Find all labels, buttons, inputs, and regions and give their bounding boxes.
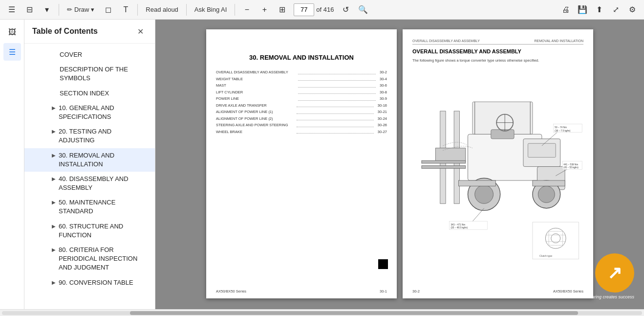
ask-bing-button[interactable]: Ask Bing AI <box>191 2 231 18</box>
toc-entry-dots <box>298 82 376 88</box>
menu-icon: ☰ <box>8 5 15 14</box>
svg-text:50 ~ 74 Nm: 50 ~ 74 Nm <box>555 126 567 129</box>
menu-button[interactable]: ☰ <box>4 2 20 18</box>
page-thumb-marker <box>378 259 388 269</box>
toc-item-10[interactable]: ▶90. CONVERSION TABLE <box>24 275 155 290</box>
zoom-in-icon: + <box>262 5 267 14</box>
thumbnail-icon: 🖼 <box>8 28 16 37</box>
toc-entry-page: 30-16 <box>378 102 387 109</box>
toc-item-6[interactable]: ▶40. DISASSEMBLY AND ASSEMBLY <box>24 172 155 195</box>
fit-page-button[interactable]: ⊞ <box>274 2 290 18</box>
toc-entry-dots <box>297 109 373 114</box>
toc-item-8[interactable]: ▶60. STRUCTURE AND FUNCTION <box>24 219 155 243</box>
toc-entry: ALIGNMENT OF POWER LINE (2)30-24 <box>216 115 387 122</box>
sidebar-header: Table of Contents ✕ <box>24 20 155 44</box>
zoom-in-button[interactable]: + <box>257 2 272 18</box>
share-button[interactable]: ⬆ <box>591 2 607 18</box>
page2-footer: 30-2 AX50/BX50 Series <box>403 289 593 293</box>
page2-footer-right: AX50/BX50 Series <box>553 289 583 293</box>
toc-item-label-0: COVER <box>60 50 147 59</box>
sidebar: 🖼 ☰ Table of Contents ✕ COVERDESCRIPTION… <box>0 20 155 309</box>
chevron-down-icon: ▾ <box>45 5 49 14</box>
sidebar-content: Table of Contents ✕ COVERDESCRIPTION OF … <box>24 20 155 309</box>
toc-arrow-icon: ▶ <box>52 199 56 206</box>
toc-entry-label: STEERING AXLE AND POWER STEERING <box>216 122 293 129</box>
watermark: ↗ Sharing creates success <box>586 253 634 299</box>
draw-button[interactable]: ✏ Draw ▾ <box>63 2 98 18</box>
bookmark-button[interactable]: ⊟ <box>21 2 37 18</box>
page2-header-left: OVERALL DISASSEMBLY AND ASSEMBLY <box>412 39 480 43</box>
svg-rect-14 <box>422 166 466 169</box>
toc-item-label-1: DESCRIPTION OF THE SYMBOLS <box>60 65 147 83</box>
toc-item-3[interactable]: ▶10. GENERAL AND SPECIFICATIONS <box>24 101 155 124</box>
toc-entry-dots <box>298 69 376 74</box>
print-button[interactable]: 🖨 <box>558 2 574 18</box>
toc-arrow-icon: ▶ <box>52 279 56 286</box>
sidebar-toc-button[interactable]: ☰ <box>3 43 21 61</box>
toc-item-9[interactable]: ▶80. CRITERIA FOR PERIODICAL INSPECTION … <box>24 243 155 275</box>
watermark-text: Sharing creates success <box>586 294 634 299</box>
toc-arrow-icon: ▶ <box>52 105 56 112</box>
sidebar-title: Table of Contents <box>32 27 98 36</box>
erase-button[interactable]: ◻ <box>100 2 116 18</box>
save-button[interactable]: 💾 <box>575 2 590 18</box>
settings-button[interactable]: ⚙ <box>624 2 640 18</box>
toc-item-7[interactable]: ▶50. MAINTENANCE STANDARD <box>24 195 155 219</box>
page-navigation: of 416 <box>294 3 334 16</box>
read-aloud-label: Read aloud <box>146 6 178 13</box>
toc-item-label-4: 20. TESTING AND ADJUSTING <box>59 127 147 145</box>
toc-entry-dots <box>297 115 373 121</box>
toc-entry: WHEEL BRAKE30-27 <box>216 129 387 135</box>
toc-item-0[interactable]: COVER <box>24 47 155 62</box>
page2-section-title: OVERALL DISASSEMBLY AND ASSEMBLY <box>412 48 583 54</box>
scrollbar-thumb[interactable] <box>130 311 578 315</box>
read-aloud-button[interactable]: Read aloud <box>142 2 182 18</box>
page-number-input[interactable] <box>294 3 314 16</box>
draw-icon: ✏ <box>67 6 72 13</box>
share-icon: ⬆ <box>596 5 602 14</box>
fit-page-icon: ⊞ <box>279 5 285 14</box>
svg-text:(36 ~ 7.5 kgfm): (36 ~ 7.5 kgfm) <box>555 130 570 132</box>
toc-item-5[interactable]: ▶30. REMOVAL AND INSTALLATION <box>24 148 155 172</box>
toc-entry-page: 30-8 <box>380 89 387 96</box>
draw-label: Draw <box>74 6 89 13</box>
toc-entry: WEIGHT TABLE30-4 <box>216 76 387 83</box>
toc-list: COVERDESCRIPTION OF THE SYMBOLSSECTION I… <box>24 44 155 309</box>
zoom-out-button[interactable]: − <box>239 2 255 18</box>
bookmark-dropdown-button[interactable]: ▾ <box>39 2 55 18</box>
toc-entry-label: WEIGHT TABLE <box>216 76 294 83</box>
sidebar-thumbnail-button[interactable]: 🖼 <box>3 23 21 41</box>
forklift-diagram: 50 ~ 74 Nm (36 ~ 7.5 kgfm) 441 ~ 539 Nm … <box>412 68 583 274</box>
content-area[interactable]: 30. REMOVAL AND INSTALLATION OVERALL DIS… <box>155 20 644 309</box>
page1-toc-table: OVERALL DISASSEMBLY AND ASSEMBLY30-2WEIG… <box>216 69 387 135</box>
toc-entry: LIFT CYLINDER30-8 <box>216 89 387 96</box>
fullscreen-icon: ⤢ <box>613 5 619 14</box>
toc-icon: ☰ <box>9 47 16 57</box>
toc-item-label-10: 90. CONVERSION TABLE <box>59 278 147 287</box>
rotate-icon: ↺ <box>343 5 349 14</box>
toc-arrow-icon: ▶ <box>52 128 56 135</box>
rotate-button[interactable]: ↺ <box>338 2 353 18</box>
toc-item-2[interactable]: SECTION INDEX <box>24 86 155 101</box>
toc-entry-dots <box>297 122 373 127</box>
toc-entry: OVERALL DISASSEMBLY AND ASSEMBLY30-2 <box>216 69 387 76</box>
fullscreen-button[interactable]: ⤢ <box>608 2 623 18</box>
pdf-page-1: 30. REMOVAL AND INSTALLATION OVERALL DIS… <box>206 29 397 298</box>
divider-2 <box>137 4 138 16</box>
toc-item-4[interactable]: ▶20. TESTING AND ADJUSTING <box>24 124 155 148</box>
horizontal-scrollbar[interactable] <box>2 311 642 315</box>
page1-footer-right: 30-1 <box>380 289 387 293</box>
page2-subtitle: The following figure shows a torque conv… <box>412 58 583 63</box>
toc-entry-dots <box>298 76 376 81</box>
toc-entry-page: 30-21 <box>378 109 387 115</box>
toc-item-1[interactable]: DESCRIPTION OF THE SYMBOLS <box>24 62 155 86</box>
toc-entry-label: WHEEL BRAKE <box>216 129 293 135</box>
text-button[interactable]: T <box>118 2 133 18</box>
toc-entry-dots <box>297 102 373 108</box>
toc-entry-dots <box>298 89 376 94</box>
divider-4 <box>235 4 235 16</box>
search-button[interactable]: 🔍 <box>355 2 371 18</box>
toc-item-label-5: 30. REMOVAL AND INSTALLATION <box>59 151 147 169</box>
sidebar-close-button[interactable]: ✕ <box>133 24 147 38</box>
text-icon: T <box>123 5 128 14</box>
